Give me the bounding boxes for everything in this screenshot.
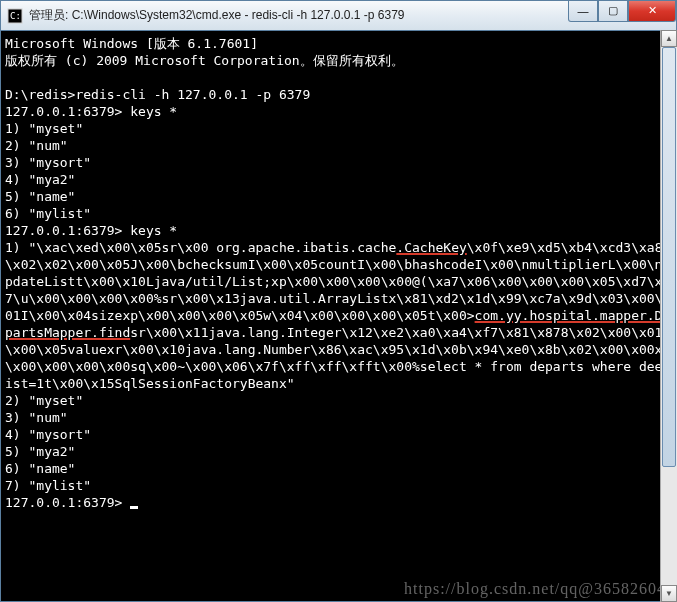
line: 6) "name"	[5, 461, 75, 476]
line: 5) "name"	[5, 189, 75, 204]
watermark: https://blog.csdn.net/qq@36582604	[404, 580, 666, 597]
line: 版权所有 (c) 2009 Microsoft Corporation。保留所有…	[5, 53, 404, 68]
line: 7) "mylist"	[5, 478, 91, 493]
scroll-down-button[interactable]: ▼	[661, 585, 677, 602]
line: 1) "myset"	[5, 121, 83, 136]
scroll-thumb[interactable]	[662, 47, 676, 467]
scroll-track[interactable]	[661, 47, 677, 585]
window-title: 管理员: C:\Windows\System32\cmd.exe - redis…	[29, 7, 568, 24]
line: 127.0.0.1:6379> keys *	[5, 223, 177, 238]
line: 5) "mya2"	[5, 444, 75, 459]
minimize-button[interactable]: —	[568, 1, 598, 22]
line: 4) "mya2"	[5, 172, 75, 187]
line: 127.0.0.1:6379> keys *	[5, 104, 177, 119]
line: 6) "mylist"	[5, 206, 91, 221]
titlebar[interactable]: C: 管理员: C:\Windows\System32\cmd.exe - re…	[1, 1, 676, 31]
line: 127.0.0.1:6379>	[5, 495, 130, 510]
line: 3) "num"	[5, 410, 68, 425]
scroll-up-button[interactable]: ▲	[661, 30, 677, 47]
line: 2) "num"	[5, 138, 68, 153]
line: 1) "\xac\xed\x00\x05sr\x00 org.apache.ib…	[5, 240, 396, 255]
line	[5, 70, 13, 85]
cursor	[130, 506, 138, 509]
highlight-cachekey: .CacheKey	[396, 240, 466, 255]
line: D:\redis>redis-cli -h 127.0.0.1 -p 6379	[5, 87, 310, 102]
line: 3) "mysort"	[5, 155, 91, 170]
cmd-window: C: 管理员: C:\Windows\System32\cmd.exe - re…	[0, 0, 677, 602]
console-output[interactable]: Microsoft Windows [版本 6.1.7601] 版权所有 (c)…	[1, 31, 676, 601]
vertical-scrollbar[interactable]: ▲ ▼	[660, 30, 677, 602]
window-controls: — ▢ ✕	[568, 1, 676, 22]
close-button[interactable]: ✕	[628, 1, 676, 22]
line: 4) "mysort"	[5, 427, 91, 442]
cmd-icon: C:	[7, 8, 23, 24]
line: 2) "myset"	[5, 393, 83, 408]
maximize-button[interactable]: ▢	[598, 1, 628, 22]
line: Microsoft Windows [版本 6.1.7601]	[5, 36, 258, 51]
svg-text:C:: C:	[10, 11, 21, 21]
